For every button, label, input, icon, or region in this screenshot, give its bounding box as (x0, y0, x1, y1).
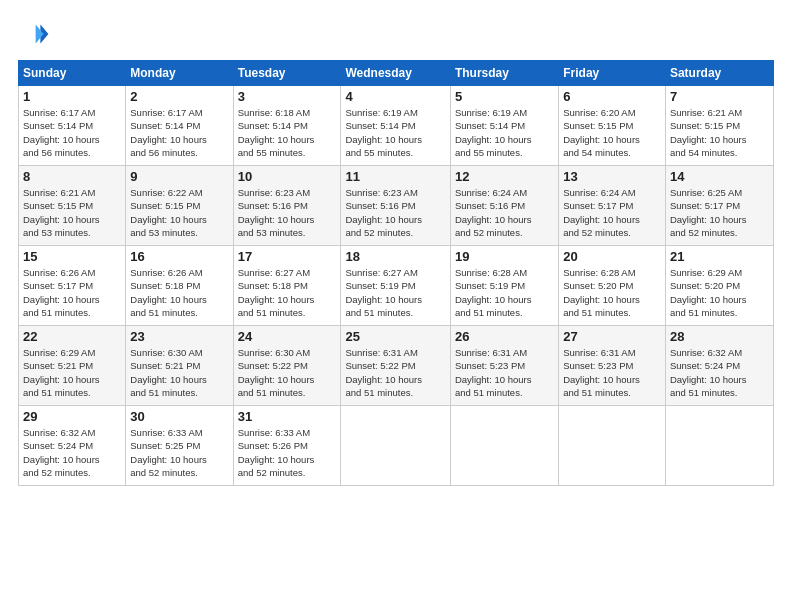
day-number: 16 (130, 249, 228, 264)
week-row-1: 1Sunrise: 6:17 AM Sunset: 5:14 PM Daylig… (19, 86, 774, 166)
calendar-cell: 10Sunrise: 6:23 AM Sunset: 5:16 PM Dayli… (233, 166, 341, 246)
weekday-friday: Friday (559, 61, 666, 86)
calendar-cell: 26Sunrise: 6:31 AM Sunset: 5:23 PM Dayli… (450, 326, 558, 406)
day-info: Sunrise: 6:29 AM Sunset: 5:21 PM Dayligh… (23, 346, 121, 399)
calendar-cell: 7Sunrise: 6:21 AM Sunset: 5:15 PM Daylig… (665, 86, 773, 166)
day-number: 9 (130, 169, 228, 184)
weekday-thursday: Thursday (450, 61, 558, 86)
calendar-cell (665, 406, 773, 486)
calendar-body: 1Sunrise: 6:17 AM Sunset: 5:14 PM Daylig… (19, 86, 774, 486)
day-number: 27 (563, 329, 661, 344)
day-number: 23 (130, 329, 228, 344)
day-number: 8 (23, 169, 121, 184)
day-info: Sunrise: 6:24 AM Sunset: 5:16 PM Dayligh… (455, 186, 554, 239)
day-info: Sunrise: 6:20 AM Sunset: 5:15 PM Dayligh… (563, 106, 661, 159)
calendar-cell: 22Sunrise: 6:29 AM Sunset: 5:21 PM Dayli… (19, 326, 126, 406)
day-number: 5 (455, 89, 554, 104)
day-number: 13 (563, 169, 661, 184)
day-number: 2 (130, 89, 228, 104)
day-number: 22 (23, 329, 121, 344)
week-row-5: 29Sunrise: 6:32 AM Sunset: 5:24 PM Dayli… (19, 406, 774, 486)
calendar-cell: 17Sunrise: 6:27 AM Sunset: 5:18 PM Dayli… (233, 246, 341, 326)
calendar-header: SundayMondayTuesdayWednesdayThursdayFrid… (19, 61, 774, 86)
day-info: Sunrise: 6:18 AM Sunset: 5:14 PM Dayligh… (238, 106, 337, 159)
calendar-cell: 2Sunrise: 6:17 AM Sunset: 5:14 PM Daylig… (126, 86, 233, 166)
calendar-cell: 15Sunrise: 6:26 AM Sunset: 5:17 PM Dayli… (19, 246, 126, 326)
day-number: 3 (238, 89, 337, 104)
day-info: Sunrise: 6:26 AM Sunset: 5:18 PM Dayligh… (130, 266, 228, 319)
calendar-cell (450, 406, 558, 486)
day-number: 26 (455, 329, 554, 344)
calendar-cell: 19Sunrise: 6:28 AM Sunset: 5:19 PM Dayli… (450, 246, 558, 326)
logo (18, 18, 54, 50)
calendar-cell: 9Sunrise: 6:22 AM Sunset: 5:15 PM Daylig… (126, 166, 233, 246)
day-info: Sunrise: 6:26 AM Sunset: 5:17 PM Dayligh… (23, 266, 121, 319)
day-number: 4 (345, 89, 445, 104)
calendar-cell: 24Sunrise: 6:30 AM Sunset: 5:22 PM Dayli… (233, 326, 341, 406)
weekday-monday: Monday (126, 61, 233, 86)
day-info: Sunrise: 6:17 AM Sunset: 5:14 PM Dayligh… (23, 106, 121, 159)
day-info: Sunrise: 6:19 AM Sunset: 5:14 PM Dayligh… (345, 106, 445, 159)
day-info: Sunrise: 6:30 AM Sunset: 5:22 PM Dayligh… (238, 346, 337, 399)
day-number: 30 (130, 409, 228, 424)
calendar-cell: 20Sunrise: 6:28 AM Sunset: 5:20 PM Dayli… (559, 246, 666, 326)
calendar-cell: 1Sunrise: 6:17 AM Sunset: 5:14 PM Daylig… (19, 86, 126, 166)
calendar-cell: 23Sunrise: 6:30 AM Sunset: 5:21 PM Dayli… (126, 326, 233, 406)
day-info: Sunrise: 6:33 AM Sunset: 5:26 PM Dayligh… (238, 426, 337, 479)
day-number: 7 (670, 89, 769, 104)
day-info: Sunrise: 6:21 AM Sunset: 5:15 PM Dayligh… (670, 106, 769, 159)
weekday-saturday: Saturday (665, 61, 773, 86)
calendar-cell: 11Sunrise: 6:23 AM Sunset: 5:16 PM Dayli… (341, 166, 450, 246)
day-number: 12 (455, 169, 554, 184)
week-row-4: 22Sunrise: 6:29 AM Sunset: 5:21 PM Dayli… (19, 326, 774, 406)
day-info: Sunrise: 6:19 AM Sunset: 5:14 PM Dayligh… (455, 106, 554, 159)
day-info: Sunrise: 6:21 AM Sunset: 5:15 PM Dayligh… (23, 186, 121, 239)
day-number: 24 (238, 329, 337, 344)
calendar-cell: 25Sunrise: 6:31 AM Sunset: 5:22 PM Dayli… (341, 326, 450, 406)
day-number: 17 (238, 249, 337, 264)
calendar-cell: 29Sunrise: 6:32 AM Sunset: 5:24 PM Dayli… (19, 406, 126, 486)
calendar-cell: 12Sunrise: 6:24 AM Sunset: 5:16 PM Dayli… (450, 166, 558, 246)
day-info: Sunrise: 6:23 AM Sunset: 5:16 PM Dayligh… (345, 186, 445, 239)
day-info: Sunrise: 6:27 AM Sunset: 5:18 PM Dayligh… (238, 266, 337, 319)
header (18, 18, 774, 50)
calendar-cell: 30Sunrise: 6:33 AM Sunset: 5:25 PM Dayli… (126, 406, 233, 486)
day-number: 20 (563, 249, 661, 264)
weekday-wednesday: Wednesday (341, 61, 450, 86)
day-info: Sunrise: 6:31 AM Sunset: 5:23 PM Dayligh… (563, 346, 661, 399)
calendar-cell: 5Sunrise: 6:19 AM Sunset: 5:14 PM Daylig… (450, 86, 558, 166)
day-number: 14 (670, 169, 769, 184)
day-info: Sunrise: 6:30 AM Sunset: 5:21 PM Dayligh… (130, 346, 228, 399)
day-number: 6 (563, 89, 661, 104)
day-number: 1 (23, 89, 121, 104)
day-number: 25 (345, 329, 445, 344)
calendar-cell: 4Sunrise: 6:19 AM Sunset: 5:14 PM Daylig… (341, 86, 450, 166)
page: SundayMondayTuesdayWednesdayThursdayFrid… (0, 0, 792, 612)
calendar-cell: 27Sunrise: 6:31 AM Sunset: 5:23 PM Dayli… (559, 326, 666, 406)
day-info: Sunrise: 6:29 AM Sunset: 5:20 PM Dayligh… (670, 266, 769, 319)
week-row-3: 15Sunrise: 6:26 AM Sunset: 5:17 PM Dayli… (19, 246, 774, 326)
logo-icon (18, 18, 50, 50)
calendar-cell: 16Sunrise: 6:26 AM Sunset: 5:18 PM Dayli… (126, 246, 233, 326)
day-info: Sunrise: 6:32 AM Sunset: 5:24 PM Dayligh… (23, 426, 121, 479)
day-number: 15 (23, 249, 121, 264)
calendar-cell: 31Sunrise: 6:33 AM Sunset: 5:26 PM Dayli… (233, 406, 341, 486)
week-row-2: 8Sunrise: 6:21 AM Sunset: 5:15 PM Daylig… (19, 166, 774, 246)
day-number: 28 (670, 329, 769, 344)
calendar-cell: 18Sunrise: 6:27 AM Sunset: 5:19 PM Dayli… (341, 246, 450, 326)
day-number: 11 (345, 169, 445, 184)
weekday-tuesday: Tuesday (233, 61, 341, 86)
calendar-cell: 8Sunrise: 6:21 AM Sunset: 5:15 PM Daylig… (19, 166, 126, 246)
calendar: SundayMondayTuesdayWednesdayThursdayFrid… (18, 60, 774, 486)
day-info: Sunrise: 6:31 AM Sunset: 5:22 PM Dayligh… (345, 346, 445, 399)
day-info: Sunrise: 6:32 AM Sunset: 5:24 PM Dayligh… (670, 346, 769, 399)
calendar-cell (341, 406, 450, 486)
calendar-cell (559, 406, 666, 486)
weekday-header-row: SundayMondayTuesdayWednesdayThursdayFrid… (19, 61, 774, 86)
weekday-sunday: Sunday (19, 61, 126, 86)
calendar-cell: 21Sunrise: 6:29 AM Sunset: 5:20 PM Dayli… (665, 246, 773, 326)
calendar-cell: 14Sunrise: 6:25 AM Sunset: 5:17 PM Dayli… (665, 166, 773, 246)
day-info: Sunrise: 6:31 AM Sunset: 5:23 PM Dayligh… (455, 346, 554, 399)
day-info: Sunrise: 6:28 AM Sunset: 5:20 PM Dayligh… (563, 266, 661, 319)
day-info: Sunrise: 6:33 AM Sunset: 5:25 PM Dayligh… (130, 426, 228, 479)
